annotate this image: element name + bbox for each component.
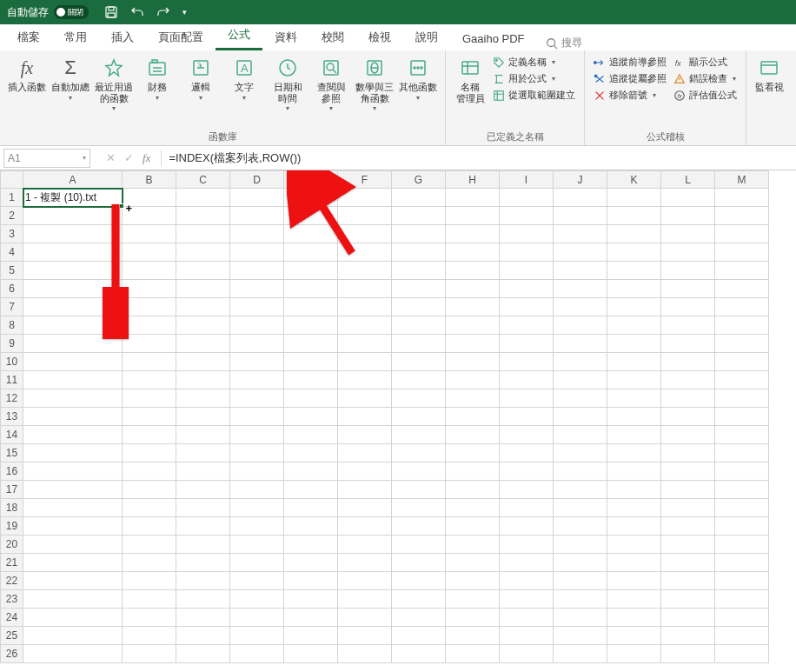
- row-header[interactable]: 9: [1, 335, 23, 353]
- cell[interactable]: [123, 262, 176, 280]
- cell[interactable]: [284, 243, 338, 262]
- column-header[interactable]: I: [500, 171, 554, 189]
- cell[interactable]: [123, 225, 176, 243]
- cell[interactable]: [715, 572, 769, 590]
- cell[interactable]: [661, 389, 715, 408]
- cell[interactable]: [715, 536, 769, 554]
- cell[interactable]: [607, 517, 661, 536]
- cell[interactable]: [500, 554, 554, 572]
- cell[interactable]: [338, 572, 392, 590]
- cell[interactable]: [661, 481, 715, 499]
- cell[interactable]: [230, 371, 284, 389]
- cell[interactable]: [23, 353, 123, 371]
- cell[interactable]: [500, 335, 554, 353]
- row-header[interactable]: 16: [1, 462, 23, 481]
- cell[interactable]: [23, 262, 123, 280]
- cell[interactable]: [607, 335, 661, 353]
- cell[interactable]: [176, 262, 230, 280]
- cell[interactable]: [284, 536, 338, 554]
- cell[interactable]: [123, 462, 176, 481]
- cell[interactable]: [230, 554, 284, 572]
- cell[interactable]: [554, 225, 607, 243]
- cell[interactable]: [446, 462, 500, 481]
- cell[interactable]: [715, 389, 769, 408]
- tell-me-search[interactable]: 搜尋: [546, 36, 582, 50]
- cell[interactable]: [284, 590, 338, 609]
- cell[interactable]: [446, 371, 500, 389]
- cell[interactable]: [284, 316, 338, 335]
- cell[interactable]: [607, 225, 661, 243]
- cell[interactable]: [661, 627, 715, 645]
- cell[interactable]: [338, 262, 392, 280]
- cell[interactable]: [176, 298, 230, 316]
- cell[interactable]: [176, 645, 230, 663]
- cell[interactable]: [338, 389, 392, 408]
- cell[interactable]: [338, 517, 392, 536]
- cell[interactable]: [392, 298, 446, 316]
- row-header[interactable]: 19: [1, 517, 23, 536]
- cell[interactable]: [446, 444, 500, 462]
- cell[interactable]: [176, 371, 230, 389]
- insert-function-button[interactable]: fx 插入函數: [5, 54, 49, 95]
- name-box[interactable]: A1 ▾: [3, 149, 90, 168]
- cell[interactable]: [607, 462, 661, 481]
- cell[interactable]: [284, 335, 338, 353]
- cell[interactable]: [230, 243, 284, 262]
- cell[interactable]: [338, 645, 392, 663]
- trace-dependents-button[interactable]: 追蹤從屬參照: [594, 72, 667, 85]
- cell[interactable]: [661, 371, 715, 389]
- cell[interactable]: [392, 189, 446, 207]
- cell[interactable]: [661, 517, 715, 536]
- cell[interactable]: [338, 590, 392, 609]
- cell[interactable]: [500, 189, 554, 207]
- cell[interactable]: [392, 225, 446, 243]
- cell[interactable]: [500, 262, 554, 280]
- column-header[interactable]: E: [284, 171, 338, 189]
- autosave-control[interactable]: 自動儲存 關閉: [7, 5, 89, 20]
- datetime-button[interactable]: 日期和 時間 ▾: [266, 54, 309, 114]
- cell[interactable]: [715, 262, 769, 280]
- cell[interactable]: [338, 609, 392, 627]
- tab-gaaiho[interactable]: Gaaiho PDF: [450, 27, 537, 50]
- cell[interactable]: [338, 426, 392, 444]
- select-all-corner[interactable]: [1, 171, 23, 189]
- tab-home[interactable]: 常用: [52, 24, 99, 50]
- cell[interactable]: [23, 554, 123, 572]
- cell[interactable]: [500, 499, 554, 517]
- row-header[interactable]: 20: [1, 536, 23, 554]
- enter-icon[interactable]: ✓: [124, 151, 134, 164]
- cell[interactable]: [338, 335, 392, 353]
- cell[interactable]: [23, 335, 123, 353]
- cell[interactable]: [661, 554, 715, 572]
- cell[interactable]: [554, 371, 607, 389]
- cell[interactable]: [23, 298, 123, 316]
- cell[interactable]: [715, 426, 769, 444]
- cell[interactable]: [23, 225, 123, 243]
- cell[interactable]: [338, 554, 392, 572]
- create-from-selection-button[interactable]: 從選取範圍建立: [493, 89, 575, 102]
- cell[interactable]: [500, 481, 554, 499]
- cell[interactable]: [392, 499, 446, 517]
- cell[interactable]: [446, 189, 500, 207]
- cell[interactable]: [715, 189, 769, 207]
- cell[interactable]: [554, 189, 607, 207]
- cell[interactable]: [123, 243, 176, 262]
- cell[interactable]: [123, 645, 176, 663]
- cell[interactable]: [446, 517, 500, 536]
- cell[interactable]: [338, 536, 392, 554]
- cell[interactable]: [715, 517, 769, 536]
- cell[interactable]: [554, 499, 607, 517]
- cell[interactable]: [176, 536, 230, 554]
- cell[interactable]: [554, 444, 607, 462]
- cell[interactable]: [715, 645, 769, 663]
- watch-window-button[interactable]: 監看視: [752, 54, 786, 95]
- insert-function-icon[interactable]: fx: [143, 151, 150, 165]
- cell[interactable]: [23, 609, 123, 627]
- cell[interactable]: [338, 408, 392, 426]
- cell[interactable]: [23, 517, 123, 536]
- cell[interactable]: [554, 572, 607, 590]
- cell[interactable]: [23, 408, 123, 426]
- cell[interactable]: [284, 609, 338, 627]
- cell[interactable]: [284, 389, 338, 408]
- cell[interactable]: [176, 590, 230, 609]
